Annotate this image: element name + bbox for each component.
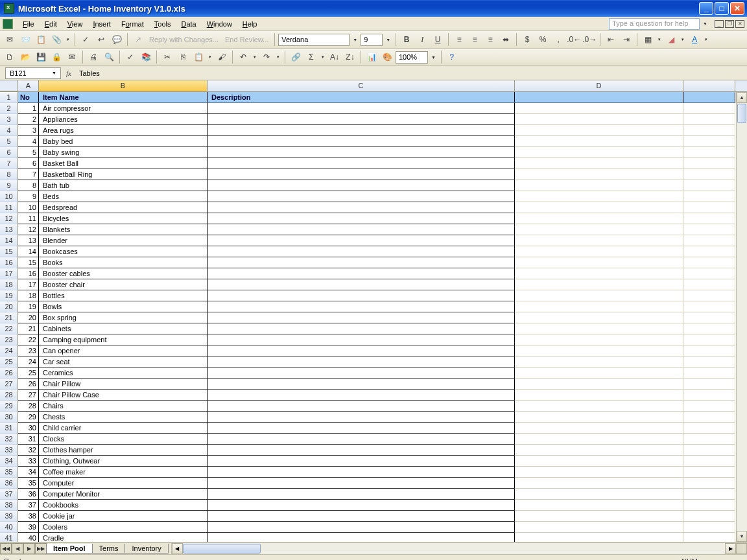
scroll-down-button[interactable]: ▼ xyxy=(737,531,747,542)
cell[interactable] xyxy=(683,257,735,268)
cell-description[interactable] xyxy=(208,125,515,136)
cell[interactable] xyxy=(515,268,683,279)
cell-description[interactable] xyxy=(208,412,515,423)
menu-view[interactable]: View xyxy=(63,19,88,29)
cell-no[interactable]: 18 xyxy=(18,290,39,301)
col-header-E[interactable] xyxy=(683,80,735,91)
hyperlink-button[interactable]: 🔗 xyxy=(289,50,303,64)
cell[interactable] xyxy=(515,213,683,224)
tab-prev-button[interactable]: ◀ xyxy=(12,543,23,554)
percent-button[interactable]: % xyxy=(536,32,550,47)
cell-description[interactable] xyxy=(208,445,515,456)
font-color-dropdown[interactable]: ▾ xyxy=(703,37,709,42)
format-painter-button[interactable]: 🖌 xyxy=(215,50,229,64)
paste-dropdown[interactable]: ▾ xyxy=(207,54,213,60)
cell[interactable] xyxy=(683,379,735,390)
cell-no[interactable]: 26 xyxy=(18,379,39,390)
cell[interactable] xyxy=(515,423,683,434)
drawing-button[interactable]: 🎨 xyxy=(380,50,394,64)
help-search-box[interactable]: Type a question for help xyxy=(609,18,700,30)
menu-insert[interactable]: Insert xyxy=(88,19,115,29)
row-header[interactable]: 1 xyxy=(0,92,18,103)
row-header[interactable]: 41 xyxy=(0,533,18,542)
cell-description[interactable] xyxy=(208,345,515,356)
cell-description[interactable] xyxy=(208,202,515,213)
tab-last-button[interactable]: ▶▶ xyxy=(35,543,47,554)
cell[interactable] xyxy=(683,412,735,423)
menu-edit[interactable]: Edit xyxy=(40,19,62,29)
cell[interactable] xyxy=(515,478,683,489)
cell-description[interactable] xyxy=(208,522,515,533)
scroll-right-button[interactable]: ▶ xyxy=(725,543,736,554)
undo-button[interactable]: ↶ xyxy=(236,50,250,64)
cell[interactable] xyxy=(515,290,683,301)
cell-description[interactable] xyxy=(208,191,515,202)
row-header[interactable]: 29 xyxy=(0,401,18,412)
font-name-select[interactable]: Verdana xyxy=(278,34,350,46)
align-left-button[interactable]: ≡ xyxy=(452,32,466,47)
cell[interactable] xyxy=(515,235,683,246)
sort-desc-button[interactable]: Z↓ xyxy=(343,50,357,64)
row-header[interactable]: 15 xyxy=(0,246,18,257)
header-description[interactable]: Description xyxy=(208,92,515,103)
cell-no[interactable]: 33 xyxy=(18,456,39,467)
cell[interactable] xyxy=(683,235,735,246)
cell-description[interactable] xyxy=(208,511,515,522)
autosum-dropdown[interactable]: ▾ xyxy=(320,54,326,60)
spelling-button[interactable]: ✓ xyxy=(123,50,137,64)
cell[interactable] xyxy=(683,467,735,478)
save-button[interactable]: 💾 xyxy=(34,50,48,64)
cell[interactable] xyxy=(515,401,683,412)
horizontal-scrollbar[interactable]: ◀ ▶ xyxy=(171,543,747,554)
cell[interactable] xyxy=(683,213,735,224)
cell-no[interactable]: 39 xyxy=(18,522,39,533)
cell[interactable] xyxy=(515,180,683,191)
cell-item-name[interactable]: Booster cables xyxy=(39,268,208,279)
row-header[interactable]: 26 xyxy=(0,368,18,379)
cell-description[interactable] xyxy=(208,103,515,114)
menu-tools[interactable]: Tools xyxy=(150,19,176,29)
underline-button[interactable]: U xyxy=(431,32,445,47)
row-header[interactable]: 33 xyxy=(0,445,18,456)
cell-no[interactable]: 7 xyxy=(18,169,39,180)
borders-dropdown[interactable]: ▾ xyxy=(656,37,663,42)
cell[interactable] xyxy=(515,114,683,125)
cell[interactable] xyxy=(515,103,683,114)
cell-description[interactable] xyxy=(208,290,515,301)
cell-no[interactable]: 23 xyxy=(18,345,39,356)
cell-no[interactable]: 2 xyxy=(18,114,39,125)
cell[interactable] xyxy=(515,412,683,423)
row-header[interactable]: 11 xyxy=(0,202,18,213)
cell-no[interactable]: 30 xyxy=(18,423,39,434)
row-header[interactable]: 13 xyxy=(0,224,18,235)
chart-wizard-button[interactable]: 📊 xyxy=(364,50,379,64)
cell[interactable] xyxy=(515,136,683,147)
row-header[interactable]: 3 xyxy=(0,114,18,125)
row-header[interactable]: 12 xyxy=(0,213,18,224)
cell[interactable] xyxy=(683,279,735,290)
cell-item-name[interactable]: Basketball Ring xyxy=(39,169,208,180)
cell[interactable] xyxy=(515,125,683,136)
cell-no[interactable]: 37 xyxy=(18,500,39,511)
cell-item-name[interactable]: Area rugs xyxy=(39,125,208,136)
cell-no[interactable]: 11 xyxy=(18,213,39,224)
cell-description[interactable] xyxy=(208,158,515,169)
row-header[interactable]: 16 xyxy=(0,257,18,268)
cell[interactable] xyxy=(515,467,683,478)
cell[interactable] xyxy=(683,401,735,412)
cell[interactable] xyxy=(515,158,683,169)
cell[interactable] xyxy=(515,191,683,202)
close-button[interactable]: ✕ xyxy=(730,2,744,15)
cell[interactable] xyxy=(683,334,735,345)
research-button[interactable]: 📚 xyxy=(139,50,153,64)
cell[interactable] xyxy=(683,489,735,500)
mail-button[interactable]: ✉ xyxy=(65,50,79,64)
cell[interactable] xyxy=(683,191,735,202)
row-header[interactable]: 21 xyxy=(0,312,18,323)
cell-description[interactable] xyxy=(208,356,515,368)
cell-item-name[interactable]: Car seat xyxy=(39,356,208,368)
cell[interactable] xyxy=(515,368,683,379)
cell-description[interactable] xyxy=(208,323,515,334)
cell-item-name[interactable]: Computer Monitor xyxy=(39,489,208,500)
cell[interactable] xyxy=(683,180,735,191)
